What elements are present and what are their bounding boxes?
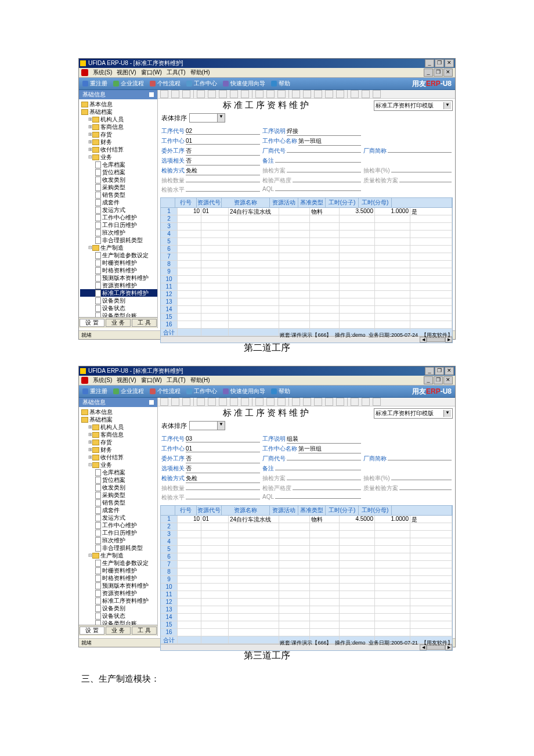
field-input[interactable]: 组装 xyxy=(287,435,361,444)
print-template-dropdown[interactable]: 标准工序资料打印模版▼ xyxy=(374,408,453,419)
tree-node[interactable]: ⊟ 生产制造 xyxy=(80,244,157,251)
field-input[interactable] xyxy=(293,182,361,182)
field-input[interactable]: 第一班组 xyxy=(298,445,361,453)
tree-node[interactable]: 基础档案 xyxy=(80,416,157,423)
toolbar-button[interactable] xyxy=(182,90,190,98)
personal-process-button[interactable]: 个性流程 xyxy=(150,80,181,88)
grid-header-cell[interactable]: 资源代号 xyxy=(197,506,222,516)
tree-node[interactable]: ⊞ 收付结算 xyxy=(80,453,157,461)
toolbar-button[interactable] xyxy=(241,90,249,98)
field-input[interactable] xyxy=(186,489,260,490)
tree-node[interactable]: ⊞ 收付结算 xyxy=(80,146,157,153)
toolbar-button[interactable] xyxy=(351,90,359,98)
tree[interactable]: 基本信息基础档案⊞ 机构人员⊞ 客商信息⊞ 存货⊞ 财务⊞ 收付结算⊟ 业务仓库… xyxy=(79,99,157,317)
field-input[interactable]: 02 xyxy=(186,128,260,135)
inner-maximize-button[interactable]: ❐ xyxy=(434,376,443,384)
tree-node[interactable]: 班次维护 xyxy=(80,537,157,544)
field-input[interactable] xyxy=(275,498,361,499)
field-input[interactable] xyxy=(388,460,452,460)
tree-node[interactable]: 采购类型 xyxy=(80,183,157,191)
tree-node[interactable]: ⊟ 生产制造 xyxy=(80,552,157,559)
tree-node[interactable]: 设备类别 xyxy=(80,297,157,304)
grid-header-cell[interactable]: 工时(分子) xyxy=(326,198,359,208)
tree-node[interactable]: 设备状态 xyxy=(80,612,157,620)
menu-help[interactable]: 帮助(H) xyxy=(190,69,210,77)
field-input[interactable]: 否 xyxy=(186,465,260,473)
grid-header-cell[interactable] xyxy=(161,198,175,208)
grid-header-cell[interactable]: 资源活动 xyxy=(270,198,298,208)
toolbar-button[interactable] xyxy=(314,398,322,406)
tree-node[interactable]: 资源资料维护 xyxy=(80,282,157,289)
sidebar-tab-tools[interactable]: 工 具 xyxy=(132,627,157,635)
inner-minimize-button[interactable]: _ xyxy=(424,376,433,384)
toolbar-button[interactable] xyxy=(197,398,205,406)
tree-node[interactable]: 时格资料维护 xyxy=(80,574,157,582)
field-input[interactable] xyxy=(275,470,361,470)
tree-node[interactable]: 生产制造参数设定 xyxy=(80,251,157,259)
table-row[interactable]: 10 xyxy=(161,276,452,283)
tree[interactable]: 基本信息基础档案⊞ 机构人员⊞ 客商信息⊞ 存货⊞ 财务⊞ 收付结算⊟ 业务仓库… xyxy=(79,407,157,625)
toolbar-button[interactable] xyxy=(292,398,300,406)
toolbar-button[interactable] xyxy=(303,90,311,98)
table-row[interactable]: 4 xyxy=(161,538,452,546)
field-input[interactable] xyxy=(399,489,452,490)
tree-node[interactable]: 时栅资料维护 xyxy=(80,567,157,574)
sidebar-tab-business[interactable]: 业 务 xyxy=(106,627,131,635)
tree-node[interactable]: 预测版本资料维护 xyxy=(80,582,157,589)
toolbar-button[interactable] xyxy=(208,398,216,406)
table-row[interactable]: 14 xyxy=(161,614,452,621)
grid-header-cell[interactable] xyxy=(392,198,452,208)
field-input[interactable] xyxy=(391,172,452,172)
toolbar-button[interactable] xyxy=(160,398,168,406)
tree-node[interactable]: 成套件 xyxy=(80,506,157,514)
toolbar-button[interactable] xyxy=(277,398,286,406)
grid-header-cell[interactable]: 工时(分母) xyxy=(359,198,392,208)
toolbar-button[interactable] xyxy=(266,398,275,406)
toolbar-button[interactable] xyxy=(336,90,344,98)
tree-node[interactable]: 采购类型 xyxy=(80,491,157,499)
tree-node[interactable]: ⊞ 客商信息 xyxy=(80,431,157,438)
sidebar-tab-business[interactable]: 业 务 xyxy=(106,319,131,327)
menu-view[interactable]: 视图(V) xyxy=(117,69,136,77)
quick-wizard-button[interactable]: 快速使用向导 xyxy=(223,80,265,88)
toolbar-button[interactable] xyxy=(292,90,300,98)
table-row[interactable]: 11 xyxy=(161,591,452,599)
field-input[interactable] xyxy=(287,172,361,172)
toolbar-button[interactable] xyxy=(373,398,381,406)
field-input[interactable]: 否 xyxy=(186,455,260,463)
table-row[interactable]: 1100124自行车流水线物料3.50001.0000是 xyxy=(161,208,452,215)
table-row[interactable]: 12 xyxy=(161,599,452,606)
tree-node[interactable]: 班次维护 xyxy=(80,229,157,236)
table-row[interactable]: 12 xyxy=(161,291,452,298)
toolbar-button[interactable] xyxy=(182,398,190,406)
tree-node[interactable]: 非合理损耗类型 xyxy=(80,236,157,244)
toolbar-button[interactable] xyxy=(171,90,179,98)
grid-header-cell[interactable]: 行号 xyxy=(175,198,197,208)
tree-node[interactable]: 销售类型 xyxy=(80,191,157,199)
toolbar-button[interactable] xyxy=(266,90,275,98)
tree-node[interactable]: 预测版本资料维护 xyxy=(80,274,157,282)
field-input[interactable] xyxy=(275,190,361,191)
tree-node[interactable]: 收发类别 xyxy=(80,484,157,491)
grid-header-cell[interactable]: 工时(分母) xyxy=(359,506,392,516)
grid-header-cell[interactable]: 行号 xyxy=(175,506,197,516)
table-row[interactable]: 2 xyxy=(161,523,452,531)
workcenter-button[interactable]: 工作中心 xyxy=(186,80,217,88)
tree-node[interactable]: ⊞ 财务 xyxy=(80,446,157,453)
toolbar-button[interactable] xyxy=(373,90,381,98)
table-row[interactable]: 8 xyxy=(161,568,452,576)
toolbar-button[interactable] xyxy=(325,90,333,98)
table-row[interactable]: 10 xyxy=(161,584,452,591)
inner-close-button[interactable]: ✕ xyxy=(443,69,453,77)
tree-node[interactable]: 基础档案 xyxy=(80,108,157,116)
tree-node[interactable]: ⊞ 存货 xyxy=(80,438,157,446)
tree-node[interactable]: 基本信息 xyxy=(80,408,157,416)
table-row[interactable]: 13 xyxy=(161,606,452,614)
field-input[interactable]: 免检 xyxy=(186,167,260,175)
field-input[interactable]: 03 xyxy=(186,435,260,442)
toolbar-button[interactable] xyxy=(255,90,264,98)
grid-header-cell[interactable] xyxy=(392,506,452,516)
tree-node[interactable]: 生产制造参数设定 xyxy=(80,559,157,567)
grid-header-cell[interactable]: 资源代号 xyxy=(197,198,222,208)
table-row[interactable]: 2 xyxy=(161,215,452,223)
